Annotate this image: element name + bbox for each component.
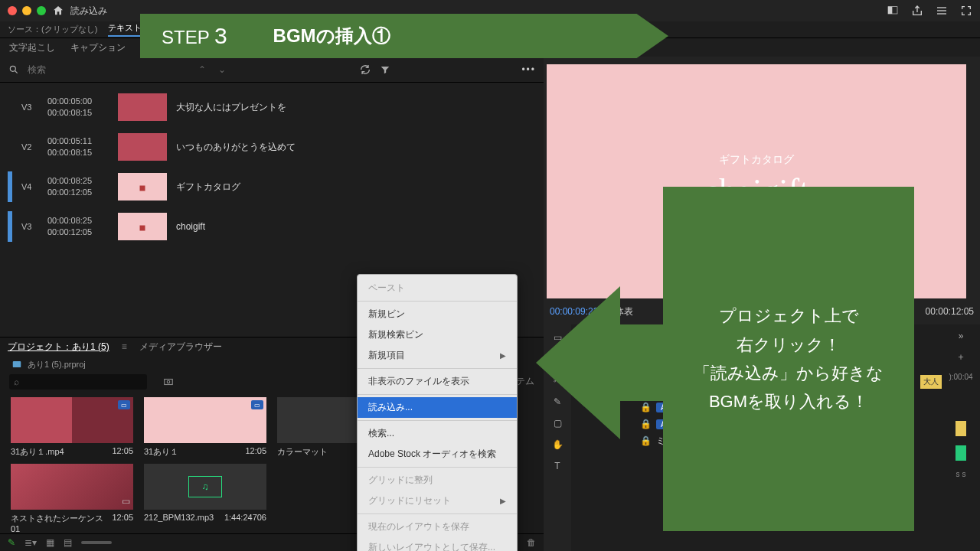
chevron-down-icon[interactable]: ⌄ (216, 64, 228, 76)
clip-row[interactable]: V2 00:00:05:1100:00:08:15 いつものありがとうを込めて (8, 127, 536, 167)
menu-save-layout-as: 新しいレイアウトとして保存... (358, 537, 517, 551)
callout: プロジェクト上で 右クリック！ 「読み込み」から好きな BGMを取り入れる！ (663, 187, 914, 531)
minimize-window-icon[interactable] (22, 6, 31, 15)
canvas-subtitle: ギフトカタログ (719, 153, 794, 167)
menu-new-item[interactable]: 新規項目▶ (358, 345, 517, 366)
search-input[interactable] (28, 64, 142, 75)
clip-row[interactable]: V3 00:00:05:0000:00:08:15 大切な人にはプレゼントを (8, 87, 536, 127)
icon-view-icon[interactable]: ▦ (46, 537, 54, 548)
svg-marker-9 (536, 286, 666, 439)
sequence-badge-icon: ▭ (251, 400, 263, 409)
more-icon[interactable]: ••• (521, 64, 536, 75)
menu-stock-audio[interactable]: Adobe Stock オーディオを検索 (358, 444, 517, 465)
tab-project[interactable]: プロジェクト：あり1 (5) (8, 341, 109, 354)
project-item[interactable]: ▭ ネストされたシーケンス 0112:05 (11, 464, 133, 533)
menu-new-bin[interactable]: 新規ビン (358, 304, 517, 324)
window-controls (8, 6, 46, 15)
refresh-icon[interactable] (359, 64, 371, 76)
chevrons-icon[interactable]: » (959, 331, 964, 341)
clip-row[interactable]: V3 00:00:08:2500:00:12:05 choigift (8, 207, 536, 246)
project-search-input[interactable]: ⌕ (9, 374, 147, 390)
fullscreen-icon[interactable] (960, 5, 972, 17)
add-track-icon[interactable]: ＋ (956, 350, 965, 364)
clip-thumbnail (118, 213, 167, 240)
type-tool-icon[interactable]: T (554, 461, 560, 471)
arrow-left-icon (536, 286, 666, 439)
home-icon[interactable] (52, 5, 64, 17)
project-item[interactable]: ▭ 31あり１.mp412:05 (11, 397, 133, 458)
menu-import[interactable]: 読み込み... (358, 397, 517, 418)
tab-transcribe[interactable]: 文字起こし (9, 41, 55, 54)
svg-rect-2 (937, 7, 946, 8)
step-title: BGMの挿入① (273, 24, 390, 48)
project-item[interactable]: ♫ 212_BPM132.mp31:44:24706 (144, 464, 266, 533)
clip-label[interactable]: 大人 (920, 375, 942, 389)
svg-rect-4 (937, 13, 946, 14)
app-title: 読み込み (70, 5, 107, 18)
svg-rect-7 (165, 379, 173, 384)
project-filename: あり1 (5).prproj (28, 359, 86, 370)
tab-media-browser[interactable]: メディアブラウザー (139, 341, 222, 354)
sequence-badge-icon: ▭ (122, 496, 130, 507)
pencil-icon[interactable]: ✎ (8, 537, 15, 548)
hand-tool-icon[interactable]: ✋ (552, 439, 564, 450)
context-menu: ペースト 新規ビン 新規検索ビン 新規項目▶ 非表示のファイルを表示 読み込み.… (357, 274, 518, 551)
menu-icon[interactable] (936, 5, 948, 17)
trash-icon[interactable]: 🗑 (527, 537, 536, 548)
search-icon[interactable] (8, 64, 20, 76)
share-icon[interactable] (911, 5, 923, 17)
workspace-icon[interactable] (887, 5, 899, 17)
clip-thumbnail (118, 173, 167, 201)
timeline-clip[interactable] (956, 445, 966, 461)
svg-rect-1 (888, 7, 892, 14)
zoom-slider[interactable] (81, 541, 112, 544)
new-bin-icon[interactable] (162, 376, 175, 388)
filter-icon[interactable] (379, 64, 391, 76)
list-view-icon[interactable]: ≣▾ (24, 537, 37, 548)
close-window-icon[interactable] (8, 6, 17, 15)
freeform-view-icon[interactable]: ▤ (64, 537, 72, 548)
svg-rect-6 (13, 361, 21, 367)
tab-text[interactable]: テキスト (108, 22, 142, 37)
video-badge-icon: ▭ (118, 400, 130, 409)
step-banner: STEP 3 BGMの挿入① (140, 14, 668, 58)
clip-thumbnail (118, 93, 167, 121)
audio-waveform-icon: ♫ (188, 476, 222, 497)
tab-caption[interactable]: キャプション (70, 41, 126, 54)
menu-save-layout: 現在のレイアウトを保存 (358, 517, 517, 537)
menu-new-search-bin[interactable]: 新規検索ビン (358, 324, 517, 345)
svg-point-8 (167, 380, 170, 383)
menu-align-grid: グリッドに整列 (358, 470, 517, 491)
duration-display: 00:00:12:05 (926, 306, 974, 317)
source-label: ソース：(クリップなし) (8, 24, 97, 35)
clip-thumbnail (118, 133, 167, 161)
menu-show-hidden[interactable]: 非表示のファイルを表示 (358, 371, 517, 392)
svg-point-5 (10, 66, 15, 71)
menu-reset-grid: グリッドにリセット▶ (358, 491, 517, 511)
chevron-up-icon[interactable]: ⌃ (196, 64, 208, 76)
ruler-label: ):00:04 (949, 373, 972, 381)
project-item[interactable]: ▭ 31あり１12:05 (144, 397, 266, 458)
project-icon (11, 358, 23, 370)
menu-paste: ペースト (358, 278, 517, 298)
svg-rect-3 (937, 10, 946, 11)
menu-search[interactable]: 検索... (358, 423, 517, 444)
text-search-bar: ⌃ ⌄ ••• (0, 57, 544, 83)
maximize-window-icon[interactable] (37, 6, 46, 15)
timeline-clip[interactable] (956, 421, 966, 436)
clip-row[interactable]: V4 00:00:08:2500:00:12:05 ギフトカタログ (8, 167, 536, 207)
